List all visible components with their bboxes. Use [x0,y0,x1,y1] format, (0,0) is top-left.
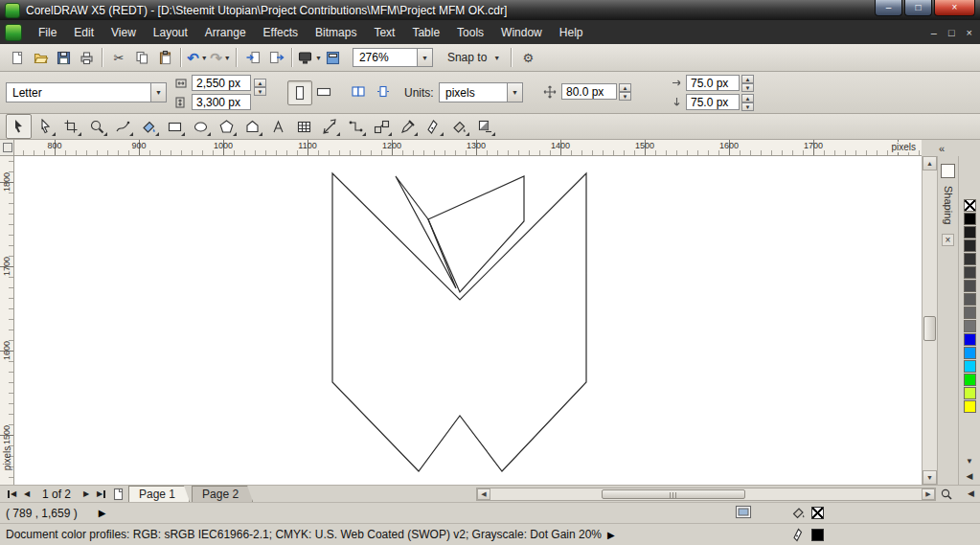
palette-scroll-down-icon[interactable]: ▼ [959,457,980,466]
paper-width-field[interactable]: 2,550 px [192,75,251,91]
palette-color-swatch[interactable] [964,239,976,252]
interactive-fill-tool[interactable] [473,115,497,138]
maximize-button[interactable]: □ [904,0,932,16]
palette-color-swatch[interactable] [964,253,976,265]
print-button[interactable] [75,46,98,69]
fill-tool[interactable] [447,115,471,138]
table-tool[interactable] [292,115,316,138]
scroll-down-icon[interactable]: ▼ [923,470,937,485]
palette-flyout-icon[interactable]: ◀ [959,471,980,481]
parallel-dimension-tool[interactable] [318,115,342,138]
scroll-up-icon[interactable]: ▲ [923,156,937,170]
basic-shapes-tool[interactable] [240,115,264,138]
status-expand-icon[interactable]: ▶ [99,508,106,518]
zoom-level-combo[interactable]: 276% ▼ [353,48,433,67]
spinner-down-icon[interactable]: ▼ [619,92,631,101]
spinner-up-icon[interactable]: ▲ [741,75,754,83]
docker-close-icon[interactable]: × [942,234,954,246]
ellipse-tool[interactable] [189,115,213,138]
horizontal-scrollbar-thumb[interactable] [602,489,745,499]
application-launcher-button[interactable]: ▼ [297,46,322,69]
palette-color-swatch[interactable] [964,293,976,306]
fill-color-swatch[interactable] [811,507,824,519]
outline-color-swatch[interactable] [811,529,824,541]
spinner-up-icon[interactable]: ▲ [254,79,266,87]
nudge-spinner[interactable]: ▲▼ [619,83,631,101]
undo-button[interactable]: ↶▼ [186,46,209,69]
current-page-size-button[interactable] [372,80,395,103]
snap-to-dropdown[interactable]: Snap to ▼ [441,47,507,68]
application-launcher-dropdown-icon[interactable]: ▼ [315,55,322,61]
palette-color-swatch[interactable] [964,374,976,386]
import-button[interactable] [241,46,264,69]
save-button[interactable] [52,46,75,69]
menu-effects[interactable]: Effects [255,20,307,44]
horizontal-ruler[interactable]: 800 900 1000 1100 1200 1300 1400 1500 16… [14,140,922,156]
menu-text[interactable]: Text [365,20,403,44]
paper-type-combo[interactable]: Letter ▼ [6,82,167,102]
pick-tool[interactable] [6,114,32,139]
spinner-down-icon[interactable]: ▼ [254,87,266,96]
zoom-tool[interactable] [85,115,109,138]
mfm-logo-path[interactable] [396,176,456,288]
paste-button[interactable] [153,46,176,69]
freehand-tool[interactable] [111,115,135,138]
open-button[interactable] [29,46,52,69]
export-button[interactable] [264,46,287,69]
redo-button[interactable]: ↷▼ [209,46,232,69]
ruler-origin-button[interactable] [0,140,14,156]
text-tool[interactable] [266,115,290,138]
menu-tools[interactable]: Tools [448,20,492,44]
palette-color-swatch[interactable] [964,320,976,332]
zoom-combo-arrow-icon[interactable]: ▼ [417,49,432,66]
close-button[interactable]: × [934,0,975,16]
palette-color-swatch[interactable] [964,360,976,373]
options-button[interactable]: ⚙ [516,46,539,69]
menu-arrange[interactable]: Arrange [196,20,255,44]
paper-height-field[interactable]: 3,300 px [192,94,251,110]
coreldraw-menu-icon[interactable] [5,24,22,41]
vertical-scrollbar[interactable]: ▲ ▼ [922,156,937,485]
menu-bitmaps[interactable]: Bitmaps [307,20,365,44]
spinner-up-icon[interactable]: ▲ [619,83,631,92]
minimize-button[interactable]: – [875,0,902,16]
palette-color-swatch[interactable] [964,280,976,292]
palette-color-swatch[interactable] [964,333,976,346]
units-arrow-icon[interactable]: ▼ [507,83,522,102]
palette-color-swatch[interactable] [964,400,976,413]
copy-button[interactable] [130,46,153,69]
welcome-screen-button[interactable] [322,46,345,69]
paper-type-arrow-icon[interactable]: ▼ [150,83,166,102]
duplicate-y-spinner[interactable]: ▲▼ [741,94,754,111]
shaping-docker-icon[interactable] [941,164,955,178]
palette-no-color-swatch[interactable] [964,199,976,212]
duplicate-distance-y-field[interactable]: 75.0 px [686,94,740,110]
blend-tool[interactable] [370,115,394,138]
drawing-svg[interactable] [14,156,922,485]
mfm-logo-path[interactable] [428,176,524,292]
color-profiles-expand-icon[interactable]: ▶ [607,530,615,540]
menu-edit[interactable]: Edit [65,20,103,44]
doc-restore-icon[interactable]: □ [948,27,955,38]
menu-layout[interactable]: Layout [145,20,196,44]
cut-button[interactable]: ✂ [107,46,130,69]
menu-view[interactable]: View [103,20,145,44]
mfm-logo-path[interactable] [332,173,586,471]
next-page-button[interactable]: ▶ [79,487,94,501]
paper-size-spinner[interactable]: ▲▼ [254,79,266,96]
doc-minimize-icon[interactable]: – [931,27,937,38]
palette-color-swatch[interactable] [964,347,976,359]
nudge-offset-field[interactable]: 80.0 px [561,83,617,100]
palette-color-swatch[interactable] [964,266,976,279]
scroll-left-icon[interactable]: ◀ [477,488,490,500]
portrait-orientation-button[interactable] [287,80,312,105]
smart-fill-tool[interactable] [137,115,161,138]
palette-color-swatch[interactable] [964,226,976,238]
new-document-button[interactable] [6,46,29,69]
last-page-button[interactable]: ▶ [94,487,109,501]
shape-tool[interactable] [34,115,57,138]
outline-pen-tool[interactable] [422,115,445,138]
landscape-orientation-button[interactable] [312,80,335,103]
vertical-scrollbar-thumb[interactable] [923,316,936,341]
redo-dropdown-icon[interactable]: ▼ [224,55,231,61]
